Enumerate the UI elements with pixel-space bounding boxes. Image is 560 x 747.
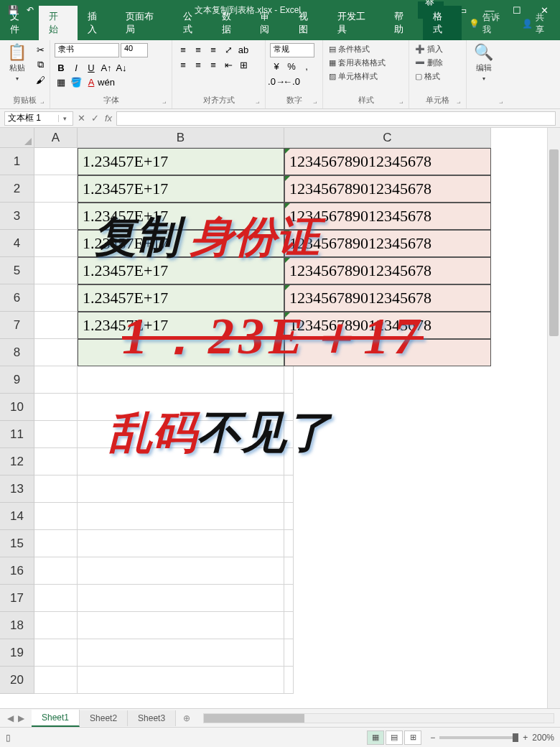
cell-B7[interactable]: 1.23457E+17 [78, 312, 284, 339]
cell-B16[interactable] [78, 557, 284, 585]
cell-A14[interactable] [34, 503, 78, 530]
cell-B3[interactable]: 1.23457E+17 [78, 203, 284, 230]
column-header-A[interactable]: A [34, 128, 78, 148]
cell-B2[interactable]: 1.23457E+17 [78, 175, 284, 203]
next-sheet-icon[interactable]: ▶ [18, 713, 24, 723]
tab-file[interactable]: 文件 [0, 6, 39, 40]
enter-formula-icon[interactable]: ✓ [91, 113, 99, 124]
cell-A1[interactable] [34, 148, 78, 175]
row-header-1[interactable]: 1 [0, 148, 34, 175]
cell-C9[interactable] [284, 366, 294, 394]
row-header-5[interactable]: 5 [0, 257, 34, 284]
cell-C15[interactable] [284, 530, 294, 557]
cell-A11[interactable] [34, 421, 78, 448]
row-header-9[interactable]: 9 [0, 366, 34, 394]
name-box-input[interactable] [5, 113, 58, 124]
row-header-15[interactable]: 15 [0, 530, 34, 557]
cell-B13[interactable] [78, 475, 284, 503]
delete-cells-button[interactable]: ➖删除 [414, 57, 444, 69]
insert-cells-button[interactable]: ➕插入 [414, 43, 444, 55]
fx-icon[interactable]: fx [105, 113, 112, 124]
cell-B18[interactable] [78, 612, 284, 639]
cell-B15[interactable] [78, 530, 284, 557]
cell-B11[interactable] [78, 421, 284, 448]
cell-A2[interactable] [34, 175, 78, 203]
name-box-dropdown-icon[interactable]: ▾ [58, 115, 71, 122]
conditional-format-button[interactable]: ▤条件格式 [327, 43, 371, 55]
row-header-13[interactable]: 13 [0, 475, 34, 503]
tell-me[interactable]: 💡告诉我 [462, 7, 515, 40]
cell-A16[interactable] [34, 557, 78, 585]
cell-B5[interactable]: 1.23457E+17 [78, 257, 284, 284]
phonetic-icon[interactable]: wén [100, 75, 113, 88]
tab-format[interactable]: 格式 [423, 6, 462, 40]
cell-A5[interactable] [34, 257, 78, 284]
italic-icon[interactable]: I [70, 61, 83, 74]
row-header-6[interactable]: 6 [0, 284, 34, 312]
cell-A8[interactable] [34, 339, 78, 366]
row-header-4[interactable]: 4 [0, 230, 34, 257]
cell-C17[interactable] [284, 585, 294, 612]
cell-C2[interactable]: 123456789012345678 [284, 175, 491, 203]
normal-view-icon[interactable]: ▦ [367, 730, 384, 745]
row-header-7[interactable]: 7 [0, 312, 34, 339]
cut-icon[interactable]: ✂ [34, 43, 47, 56]
currency-icon[interactable]: ¥ [270, 60, 283, 73]
format-cells-button[interactable]: ▢格式 [414, 70, 442, 83]
zoom-in-icon[interactable]: + [523, 733, 528, 743]
border-icon[interactable]: ▦ [55, 75, 67, 88]
editing-button[interactable]: 🔍编辑▾ [471, 43, 496, 83]
format-painter-icon[interactable]: 🖌 [34, 73, 47, 86]
cell-B4[interactable]: 1.23457E+17 [78, 230, 284, 257]
page-layout-view-icon[interactable]: ▤ [386, 730, 403, 745]
bold-icon[interactable]: B [55, 61, 67, 74]
cell-A10[interactable] [34, 394, 78, 421]
scroll-thumb[interactable] [549, 149, 559, 336]
hscroll-thumb[interactable] [204, 714, 304, 723]
cell-B20[interactable] [78, 667, 284, 694]
wrap-text-icon[interactable]: ab [237, 43, 250, 56]
horizontal-scrollbar[interactable] [203, 713, 554, 723]
column-header-B[interactable]: B [78, 128, 284, 148]
cell-C5[interactable]: 123456789012345678 [284, 257, 491, 284]
cancel-formula-icon[interactable]: ✕ [78, 113, 85, 124]
cell-C4[interactable]: 123456789012345678 [284, 230, 491, 257]
row-header-12[interactable]: 12 [0, 448, 34, 475]
paste-button[interactable]: 📋粘贴▾ [4, 43, 29, 83]
cell-A19[interactable] [34, 639, 78, 667]
font-color-icon[interactable]: A [85, 75, 98, 88]
row-header-20[interactable]: 20 [0, 667, 34, 694]
cell-A9[interactable] [34, 366, 78, 394]
decrease-decimal-icon[interactable]: ←.0 [285, 75, 298, 88]
cell-C19[interactable] [284, 639, 294, 667]
copy-icon[interactable]: ⧉ [34, 58, 47, 71]
cell-A15[interactable] [34, 530, 78, 557]
cell-A7[interactable] [34, 312, 78, 339]
cell-styles-button[interactable]: ▨单元格样式 [327, 70, 379, 83]
align-center-icon[interactable]: ≡ [192, 58, 205, 71]
cell-C3[interactable]: 123456789012345678 [284, 203, 491, 230]
percent-icon[interactable]: % [285, 60, 298, 73]
row-header-14[interactable]: 14 [0, 503, 34, 530]
cell-B14[interactable] [78, 503, 284, 530]
cell-A13[interactable] [34, 475, 78, 503]
align-top-icon[interactable]: ≡ [177, 43, 190, 56]
cell-A3[interactable] [34, 203, 78, 230]
vertical-scrollbar[interactable] [547, 128, 560, 708]
zoom-out-icon[interactable]: − [430, 733, 435, 743]
row-header-17[interactable]: 17 [0, 585, 34, 612]
cell-A18[interactable] [34, 612, 78, 639]
prev-sheet-icon[interactable]: ◀ [7, 713, 14, 723]
align-left-icon[interactable]: ≡ [177, 58, 190, 71]
table-format-button[interactable]: ▦套用表格格式 [327, 57, 387, 69]
row-header-11[interactable]: 11 [0, 421, 34, 448]
sheet-nav[interactable]: ◀▶ [0, 713, 32, 723]
page-break-view-icon[interactable]: ⊞ [404, 730, 421, 745]
row-header-2[interactable]: 2 [0, 175, 34, 203]
cell-B19[interactable] [78, 639, 284, 667]
comma-icon[interactable]: , [300, 60, 313, 73]
record-macro-icon[interactable]: ▯ [6, 733, 11, 743]
cell-C11[interactable] [284, 421, 294, 448]
cell-A4[interactable] [34, 230, 78, 257]
cell-A6[interactable] [34, 284, 78, 312]
